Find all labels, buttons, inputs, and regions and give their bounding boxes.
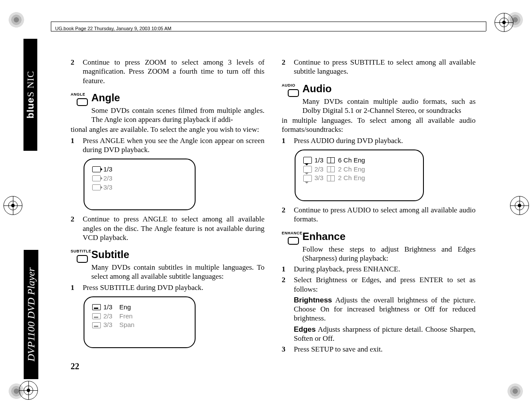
section-intro-cont: in multiple languages. To select among a… — [282, 116, 476, 134]
step-number: 1 — [71, 136, 83, 155]
step-number: 2 — [282, 206, 294, 224]
step-number: 1 — [71, 283, 83, 292]
osd-row: 2/32 Ch Eng — [303, 165, 415, 174]
dolby-icon — [327, 166, 335, 172]
section-subtitle: SUBTITLE Subtitle Many DVDs contain subt… — [71, 248, 264, 281]
audio-osd: 1/36 Ch Eng 2/32 Ch Eng 3/32 Ch Eng — [295, 149, 424, 201]
osd-lang: Eng — [119, 303, 131, 311]
section-intro-cont: tional angles are available. To select t… — [71, 125, 264, 134]
osd-row: 1/36 Ch Eng — [303, 156, 415, 165]
osd-value: 3/3 — [103, 184, 112, 192]
osd-index: 1/3 — [314, 156, 324, 165]
osd-row: 3/3 Span — [92, 321, 187, 329]
osd-row: 3/3 — [92, 184, 187, 192]
brand-top: blue — [25, 97, 37, 118]
option-text: Brightness Adjusts the overall brightnes… — [294, 296, 476, 323]
subtitle-osd: 1/3 Eng 2/3 Fren 3/3 Span — [84, 296, 196, 348]
osd-row: 2/3 — [92, 174, 187, 183]
osd-index: 2/3 — [314, 165, 324, 174]
speech-icon — [303, 157, 312, 164]
step-spacer — [282, 296, 294, 323]
subtitle-step-2: 2 Continue to press SUBTITLE to select a… — [282, 58, 476, 76]
step-text: Select Brightness or Edges, and press EN… — [294, 275, 476, 294]
step-text: Press SETUP to save and exit. — [294, 345, 476, 354]
step-number: 2 — [282, 58, 294, 76]
enhance-step-1: 1 During playback, press ENHANCE. — [282, 265, 476, 274]
section-audio: AUDIO Audio Many DVDs contain multiple a… — [282, 82, 476, 134]
osd-index: 3/3 — [103, 321, 112, 329]
subtitle-icon — [92, 313, 101, 319]
right-column: 2 Continue to press SUBTITLE to select a… — [282, 56, 476, 366]
speech-icon — [303, 175, 312, 182]
button-label-subtitle: SUBTITLE — [71, 249, 91, 254]
button-label-enhance: ENHANCE — [282, 231, 302, 236]
osd-lang: Span — [119, 321, 134, 329]
camera-icon — [92, 166, 101, 172]
angle-step-2: 2 Continue to press ANGLE to select amon… — [71, 215, 264, 242]
audio-step-2: 2 Continue to press AUDIO to select amon… — [282, 206, 476, 224]
osd-row: 1/3 Eng — [92, 303, 187, 311]
page-number: 22 — [71, 361, 79, 372]
button-icon — [77, 98, 88, 106]
osd-value: 2/3 — [103, 174, 112, 183]
subtitle-step-1: 1 Press SUBTITLE during DVD playback. — [71, 283, 264, 292]
brand-mid: S NIC — [25, 71, 37, 97]
registration-mark — [510, 196, 529, 215]
enhance-edges: Edges Adjusts sharpness of picture detai… — [282, 325, 476, 343]
step-number: 1 — [282, 265, 294, 274]
osd-row: 2/3 Fren — [92, 312, 187, 321]
button-icon — [288, 89, 299, 97]
section-title: Subtitle — [91, 248, 264, 261]
page-body: 2 Continue to press ZOOM to select among… — [71, 56, 476, 366]
osd-index: 2/3 — [103, 312, 112, 321]
step-text: Press SUBTITLE during DVD playback. — [83, 283, 264, 292]
osd-channel: 6 Ch Eng — [338, 156, 365, 165]
step-text: Continue to press ANGLE to select among … — [83, 215, 264, 242]
button-label-angle: ANGLE — [71, 92, 85, 97]
crop-line — [51, 22, 486, 22]
section-title: Enhance — [302, 230, 476, 243]
camera-icon — [92, 184, 101, 190]
step-number: 2 — [71, 215, 83, 242]
crop-line — [51, 22, 51, 31]
left-column: 2 Continue to press ZOOM to select among… — [71, 56, 264, 366]
zoom-step-2: 2 Continue to press ZOOM to select among… — [71, 58, 264, 85]
osd-lang: Fren — [119, 312, 133, 321]
osd-channel: 2 Ch Eng — [338, 174, 365, 182]
step-text: Continue to press SUBTITLE to select amo… — [294, 58, 476, 76]
corner-dot — [507, 383, 523, 399]
option-text: Edges Adjusts sharpness of picture detai… — [294, 325, 476, 343]
step-text: During playback, press ENHANCE. — [294, 265, 476, 274]
step-number: 2 — [282, 275, 294, 294]
header-metadata: UG.book Page 22 Thursday, January 9, 200… — [55, 26, 171, 32]
osd-row: 3/32 Ch Eng — [303, 174, 415, 182]
registration-mark — [3, 196, 22, 215]
option-label: Edges — [294, 325, 316, 333]
osd-row: 1/3 — [92, 165, 187, 174]
osd-index: 3/3 — [314, 174, 324, 182]
dolby-icon — [327, 157, 335, 163]
subtitle-icon — [92, 304, 101, 310]
camera-icon — [92, 175, 101, 181]
registration-mark — [495, 13, 513, 32]
angle-step-1: 1 Press ANGLE when you see the Angle ico… — [71, 136, 264, 155]
sidebar: blue S NIC DVP1100 DVD Player — [24, 39, 38, 362]
section-intro: Many DVDs contain multiple audio formats… — [302, 97, 476, 115]
section-title: Angle — [91, 91, 264, 104]
section-angle: ANGLE Angle Some DVDs contain scenes fil… — [71, 91, 264, 134]
osd-value: 1/3 — [103, 165, 112, 174]
dolby-icon — [327, 175, 335, 181]
step-number: 3 — [282, 345, 294, 354]
section-title: Audio — [302, 82, 476, 95]
step-spacer — [282, 325, 294, 343]
section-intro: Some DVDs contain scenes filmed from mul… — [91, 106, 264, 125]
step-text: Press AUDIO during DVD playback. — [294, 136, 476, 145]
brand-logo: blue S NIC — [24, 39, 37, 151]
section-enhance: ENHANCE Enhance Follow these steps to ad… — [282, 230, 476, 263]
step-text: Continue to press AUDIO to select among … — [294, 206, 476, 224]
step-text: Press ANGLE when you see the Angle icon … — [83, 136, 264, 155]
osd-channel: 2 Ch Eng — [338, 165, 365, 174]
step-number: 1 — [282, 136, 294, 145]
product-name: DVP1100 DVD Player — [24, 250, 38, 379]
enhance-brightness: Brightness Adjusts the overall brightnes… — [282, 296, 476, 323]
